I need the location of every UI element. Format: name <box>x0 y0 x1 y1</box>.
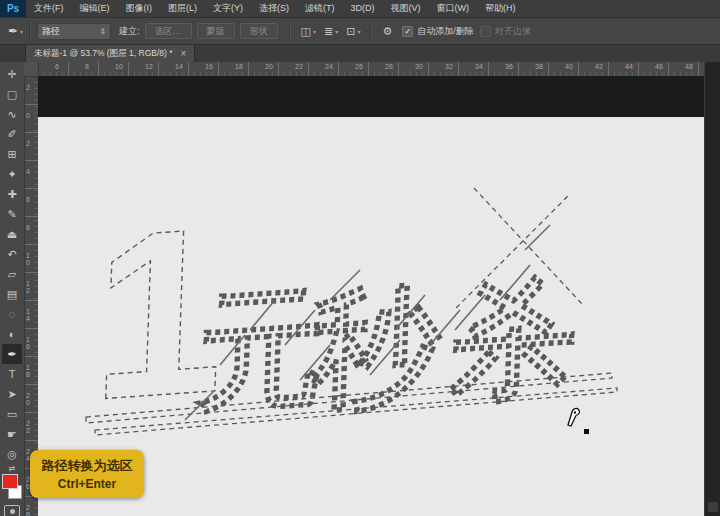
dodge-tool[interactable]: ◐ <box>2 324 22 344</box>
ruler-v-number: 2 <box>26 141 30 148</box>
pen-tool[interactable]: ✒ <box>2 344 22 364</box>
zoom-tool[interactable]: ◎ <box>2 444 22 464</box>
path-operations-icon[interactable]: ◫▾ <box>301 25 316 38</box>
ruler-origin-corner[interactable] <box>24 62 39 77</box>
ruler-v-number: 0 <box>26 113 30 120</box>
menu-item-8[interactable]: 视图(V) <box>383 0 429 17</box>
ruler-h-number: 12 <box>145 63 153 70</box>
marquee-tool[interactable]: ▢ <box>2 84 22 104</box>
ruler-h-number: 10 <box>115 63 123 70</box>
ruler-h-number: 30 <box>415 63 423 70</box>
path-icon-buttons: ◫▾≣▾⊡▾ <box>297 25 365 38</box>
divider <box>370 21 372 41</box>
ruler-h-number: 36 <box>505 63 513 70</box>
ruler-h-number: 26 <box>355 63 363 70</box>
pen-tool-icon: ✒ <box>8 24 18 38</box>
align-edges-label: 对齐边缘 <box>495 25 531 38</box>
menu-item-0[interactable]: 文件(F) <box>26 0 72 17</box>
menu-item-4[interactable]: 文字(Y) <box>205 0 251 17</box>
gear-icon[interactable]: ⚙ <box>382 25 392 38</box>
pen-mode-dropdown[interactable]: 路径 ⇕ <box>37 23 111 40</box>
menu-item-9[interactable]: 窗口(W) <box>429 0 478 17</box>
menu-item-7[interactable]: 3D(D) <box>343 0 383 17</box>
tooltip-shortcut: Ctrl+Enter <box>58 477 116 491</box>
chevron-down-icon: ▾ <box>335 28 338 38</box>
cursor-anchor-dot <box>584 429 589 434</box>
horizontal-ruler[interactable]: 6810121416182022242628303234363840424446… <box>38 62 705 77</box>
ruler-h-number: 32 <box>445 63 453 70</box>
divider <box>289 21 291 41</box>
quick-mask-icon[interactable] <box>4 505 20 516</box>
menu-bar-items: 文件(F)编辑(E)图像(I)图层(L)文字(Y)选择(S)滤镜(T)3D(D)… <box>26 0 524 17</box>
ruler-v-number: 2 8 <box>26 505 30 516</box>
ruler-h-number: 44 <box>625 63 633 70</box>
menu-item-10[interactable]: 帮助(H) <box>477 0 524 17</box>
shape-tool[interactable]: ▭ <box>2 404 22 424</box>
pen-cursor-icon <box>564 404 584 428</box>
gradient-tool[interactable]: ▤ <box>2 284 22 304</box>
color-swatches <box>2 474 22 499</box>
type-tool[interactable]: T <box>2 364 22 384</box>
menu-item-5[interactable]: 选择(S) <box>251 0 297 17</box>
ruler-h-number: 42 <box>595 63 603 70</box>
brush-tool[interactable]: ✎ <box>2 204 22 224</box>
ruler-v-number: 1 4 <box>26 309 30 322</box>
history-brush-tool[interactable]: ↶ <box>2 244 22 264</box>
eraser-tool[interactable]: ▱ <box>2 264 22 284</box>
foreground-color-swatch[interactable] <box>2 474 18 489</box>
tool-options-bar: ✒ ▾ 路径 ⇕ 建立: 选区…蒙版形状 ◫▾≣▾⊡▾ ⚙ ✓ 自动添加/删除 … <box>0 18 720 45</box>
photoshop-logo: Ps <box>0 0 26 17</box>
chevron-down-icon: ▾ <box>20 28 23 38</box>
ruler-h-number: 24 <box>325 63 333 70</box>
swap-colors-icon[interactable]: ⇄ <box>9 464 16 473</box>
menu-item-6[interactable]: 滤镜(T) <box>297 0 343 17</box>
ruler-v-number: 2 <box>26 85 30 92</box>
ruler-v-number: 2 0 <box>26 393 30 406</box>
ruler-v-number: 1 2 <box>26 281 30 294</box>
chevron-down-icon: ▾ <box>313 28 316 38</box>
path-to-selection-tooltip: 路径转换为选区 Ctrl+Enter <box>30 450 144 498</box>
quick-selection-tool[interactable]: ✐ <box>2 124 22 144</box>
lasso-tool[interactable]: ∿ <box>2 104 22 124</box>
ruler-h-number: 28 <box>385 63 393 70</box>
menu-item-2[interactable]: 图像(I) <box>118 0 161 17</box>
ruler-h-number: 6 <box>55 63 59 70</box>
ruler-h-number: 20 <box>265 63 273 70</box>
path-selection-tool[interactable]: ➤ <box>2 384 22 404</box>
menu-item-3[interactable]: 图层(L) <box>160 0 205 17</box>
tool-preset-picker[interactable]: ✒ ▾ <box>8 24 23 38</box>
menu-item-1[interactable]: 编辑(E) <box>72 0 118 17</box>
clone-stamp-tool[interactable]: ⏏ <box>2 224 22 244</box>
path-alignment-icon[interactable]: ≣▾ <box>324 25 338 38</box>
ruler-v-number: 6 <box>26 197 30 204</box>
ruler-v-number: 4 <box>26 169 30 176</box>
tools-panel: ✛▢∿✐⊞✦✚✎⏏↶▱▤◌◐✒T➤▭☛◎ ⇄ <box>0 62 25 516</box>
ruler-h-number: 14 <box>175 63 183 70</box>
move-tool[interactable]: ✛ <box>2 64 22 84</box>
ruler-h-number: 40 <box>565 63 573 70</box>
hand-tool[interactable]: ☛ <box>2 424 22 444</box>
ruler-v-number: 1 6 <box>26 337 30 350</box>
make-button-0: 选区… <box>145 23 192 39</box>
blur-tool[interactable]: ◌ <box>2 304 22 324</box>
ruler-v-number: 8 <box>26 225 30 232</box>
align-edges-checkbox: 对齐边缘 <box>480 25 531 38</box>
healing-brush-tool[interactable]: ✚ <box>2 184 22 204</box>
artwork-char: 秒 <box>306 271 444 424</box>
document-tab[interactable]: 未标题-1 @ 53.7% (图层 1, RGB/8) * × <box>25 45 195 62</box>
ruler-h-number: 22 <box>295 63 303 70</box>
tool-list: ✛▢∿✐⊞✦✚✎⏏↶▱▤◌◐✒T➤▭☛◎ <box>2 64 22 464</box>
menu-bar: Ps 文件(F)编辑(E)图像(I)图层(L)文字(Y)选择(S)滤镜(T)3D… <box>0 0 720 18</box>
scrollbar-thumb[interactable] <box>708 502 718 512</box>
ruler-h-number: 8 <box>85 63 89 70</box>
checkmark-icon: ✓ <box>402 26 413 37</box>
divider <box>29 21 31 41</box>
crop-tool[interactable]: ⊞ <box>2 144 22 164</box>
photoshop-window: Ps 文件(F)编辑(E)图像(I)图层(L)文字(Y)选择(S)滤镜(T)3D… <box>0 0 720 516</box>
close-icon[interactable]: × <box>181 49 187 59</box>
path-arrangement-icon[interactable]: ⊡▾ <box>346 25 360 38</box>
eyedropper-tool[interactable]: ✦ <box>2 164 22 184</box>
ruler-h-number: 34 <box>475 63 483 70</box>
ruler-h-number: 46 <box>655 63 663 70</box>
auto-add-delete-checkbox[interactable]: ✓ 自动添加/删除 <box>402 25 474 38</box>
